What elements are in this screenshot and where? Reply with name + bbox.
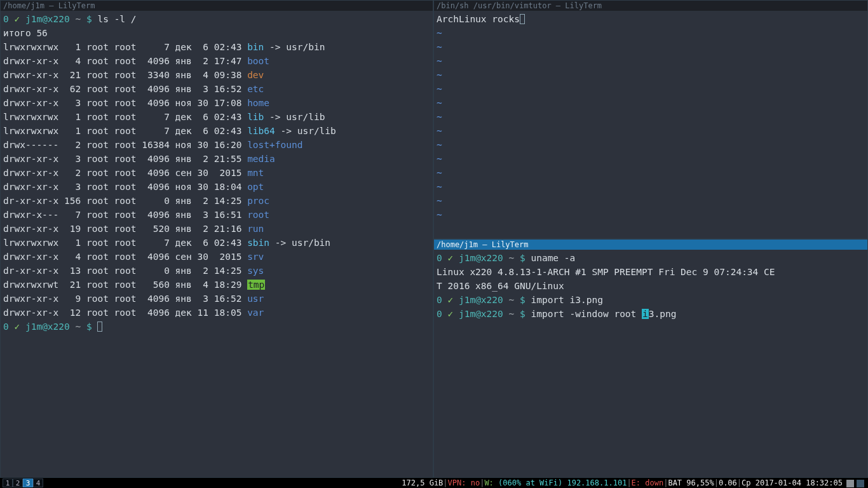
terminal-bottomright-content[interactable]: 0 ✓ j1m@x220 ~ $ uname -a Linux x220 4.8…	[434, 250, 867, 322]
workspace-2[interactable]: 2	[13, 478, 23, 487]
workspace-1[interactable]: 1	[3, 478, 13, 487]
tray-icon[interactable]	[857, 480, 864, 487]
workspace-4[interactable]: 4	[33, 478, 43, 487]
terminal-left-content[interactable]: 0 ✓ j1m@x220 ~ $ ls -l / итого 56 lrwxrw…	[1, 11, 433, 335]
status-text: 172,5 GiB|VPN: no|W: (060% at WiFi) 192.…	[402, 478, 868, 487]
titlebar-bottomright: /home/j1m – LilyTerm	[434, 240, 867, 250]
workspace-list: 1234	[0, 478, 43, 487]
terminal-bottomright[interactable]: /home/j1m – LilyTerm 0 ✓ j1m@x220 ~ $ un…	[433, 239, 868, 478]
titlebar-left: /home/j1m – LilyTerm	[1, 1, 433, 11]
titlebar-topright: /bin/sh /usr/bin/vimtutor – LilyTerm	[434, 1, 867, 11]
terminal-topright[interactable]: /bin/sh /usr/bin/vimtutor – LilyTerm Arc…	[433, 0, 868, 239]
tray-icon[interactable]	[846, 480, 854, 487]
status-bar: 1234 172,5 GiB|VPN: no|W: (060% at WiFi)…	[0, 478, 868, 488]
terminal-left[interactable]: /home/j1m – LilyTerm 0 ✓ j1m@x220 ~ $ ls…	[0, 0, 433, 478]
workspace-3[interactable]: 3	[23, 478, 33, 487]
terminal-topright-content[interactable]: ArchLinux rocks ~ ~ ~ ~ ~ ~ ~ ~ ~ ~ ~ ~ …	[434, 11, 867, 223]
